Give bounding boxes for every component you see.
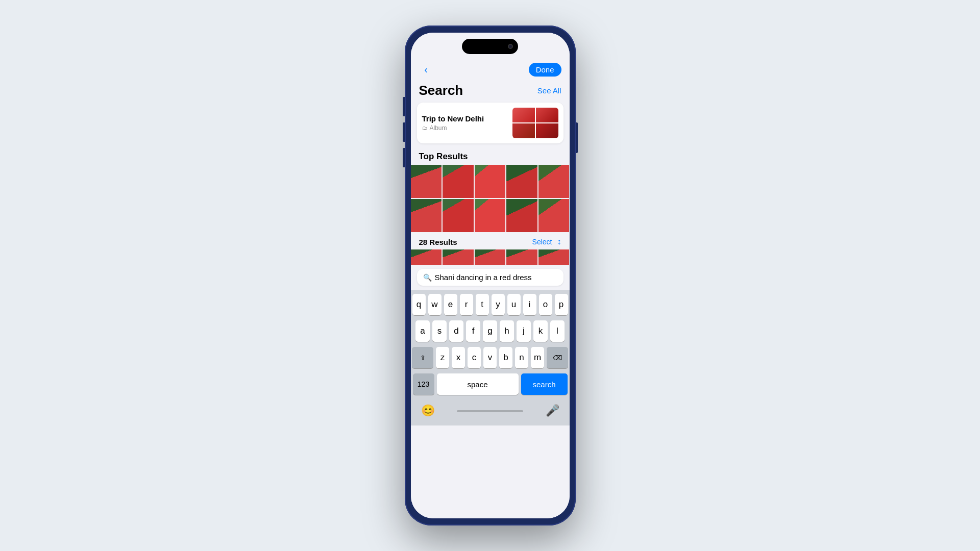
- photo-cell-6[interactable]: [411, 199, 442, 232]
- album-info: Trip to New Delhi 🗂 Album: [422, 114, 507, 132]
- photo-cell-3[interactable]: [475, 165, 506, 198]
- keyboard: q w e r t y u i o p a s d f g: [411, 290, 570, 425]
- photo-cell-7[interactable]: [443, 199, 474, 232]
- album-card[interactable]: Trip to New Delhi 🗂 Album: [417, 103, 564, 143]
- partial-photo-4: [506, 249, 537, 265]
- album-type: 🗂 Album: [422, 124, 507, 132]
- key-x[interactable]: x: [452, 347, 465, 368]
- photo-cell-8[interactable]: [475, 199, 506, 232]
- key-a[interactable]: a: [415, 320, 430, 342]
- key-k[interactable]: k: [533, 320, 548, 342]
- partial-photo-3: [475, 249, 506, 265]
- done-button[interactable]: Done: [529, 63, 561, 77]
- search-input-box[interactable]: 🔍 Shani dancing in a red dress: [417, 269, 564, 286]
- key-f[interactable]: f: [466, 320, 480, 342]
- photo-cell-5[interactable]: [538, 165, 570, 198]
- backspace-key[interactable]: ⌫: [547, 347, 568, 368]
- key-y[interactable]: y: [492, 294, 505, 315]
- key-p[interactable]: p: [555, 294, 568, 315]
- partial-photo-row: [411, 249, 570, 265]
- page-title: Search: [419, 83, 463, 98]
- partial-photo-2: [443, 249, 474, 265]
- numbers-key[interactable]: 123: [413, 373, 434, 395]
- search-icon: 🔍: [423, 273, 432, 282]
- top-results-label: Top Results: [411, 149, 570, 165]
- key-b[interactable]: b: [499, 347, 512, 368]
- photo-row-2: [411, 199, 570, 232]
- space-key[interactable]: space: [437, 373, 519, 395]
- key-g[interactable]: g: [483, 320, 497, 342]
- keyboard-row-2: a s d f g h j k l: [413, 320, 568, 342]
- see-all-button[interactable]: See All: [537, 86, 561, 95]
- key-n[interactable]: n: [515, 347, 528, 368]
- key-w[interactable]: w: [428, 294, 442, 315]
- search-header: Search See All: [411, 81, 570, 103]
- nav-bar: ‹ Done: [411, 60, 570, 81]
- main-content: Search See All Trip to New Delhi 🗂 Album: [411, 81, 570, 518]
- album-photo-2: [536, 108, 558, 122]
- key-r[interactable]: r: [460, 294, 473, 315]
- key-h[interactable]: h: [500, 320, 514, 342]
- dynamic-island: [462, 39, 518, 54]
- album-photo-4: [536, 123, 558, 138]
- key-u[interactable]: u: [507, 294, 521, 315]
- phone-screen: ‹ Done Search See All Trip to New Delhi …: [411, 33, 570, 518]
- results-count: 28 Results: [419, 238, 457, 246]
- status-bar: [411, 33, 570, 60]
- keyboard-row-1: q w e r t y u i o p: [413, 294, 568, 315]
- mic-button[interactable]: 🎤: [542, 400, 564, 421]
- camera-dot: [508, 44, 513, 49]
- photo-cell-2[interactable]: [443, 165, 474, 198]
- emoji-button[interactable]: 😊: [417, 400, 439, 421]
- shift-key[interactable]: ⇧: [412, 347, 433, 368]
- key-s[interactable]: s: [432, 320, 447, 342]
- search-query-text: Shani dancing in a red dress: [435, 273, 532, 282]
- photo-cell-1[interactable]: [411, 165, 442, 198]
- key-o[interactable]: o: [539, 294, 552, 315]
- phone-shell: ‹ Done Search See All Trip to New Delhi …: [405, 26, 576, 525]
- partial-photo-5: [538, 249, 570, 265]
- album-type-label: Album: [430, 124, 447, 132]
- sort-icon[interactable]: ↕: [557, 237, 561, 246]
- results-actions: Select ↕: [532, 237, 561, 246]
- search-key[interactable]: search: [521, 373, 568, 395]
- key-m[interactable]: m: [531, 347, 544, 368]
- album-photo-1: [512, 108, 535, 122]
- key-v[interactable]: v: [483, 347, 497, 368]
- album-icon: 🗂: [422, 125, 428, 131]
- back-button[interactable]: ‹: [419, 62, 433, 77]
- key-t[interactable]: t: [476, 294, 489, 315]
- back-chevron-icon: ‹: [424, 64, 428, 76]
- select-button[interactable]: Select: [532, 238, 552, 246]
- key-z[interactable]: z: [436, 347, 449, 368]
- partial-photo-1: [411, 249, 442, 265]
- key-e[interactable]: e: [444, 294, 457, 315]
- key-l[interactable]: l: [550, 320, 565, 342]
- photo-grid-row-1: [411, 165, 570, 233]
- keyboard-bottom-row: 😊 🎤: [413, 400, 568, 421]
- key-d[interactable]: d: [449, 320, 463, 342]
- album-title: Trip to New Delhi: [422, 114, 507, 123]
- photo-row-1: [411, 165, 570, 198]
- album-thumbnails: [512, 108, 558, 138]
- key-i[interactable]: i: [523, 294, 536, 315]
- key-q[interactable]: q: [412, 294, 426, 315]
- photo-cell-4[interactable]: [506, 165, 537, 198]
- keyboard-row-3: ⇧ z x c v b n m ⌫: [413, 347, 568, 368]
- results-bar: 28 Results Select ↕: [411, 234, 570, 249]
- photo-cell-9[interactable]: [506, 199, 537, 232]
- keyboard-row-4: 123 space search: [413, 373, 568, 395]
- album-photo-3: [512, 123, 535, 138]
- photo-cell-10[interactable]: [538, 199, 570, 232]
- home-indicator: [457, 410, 523, 412]
- key-c[interactable]: c: [468, 347, 481, 368]
- key-j[interactable]: j: [517, 320, 531, 342]
